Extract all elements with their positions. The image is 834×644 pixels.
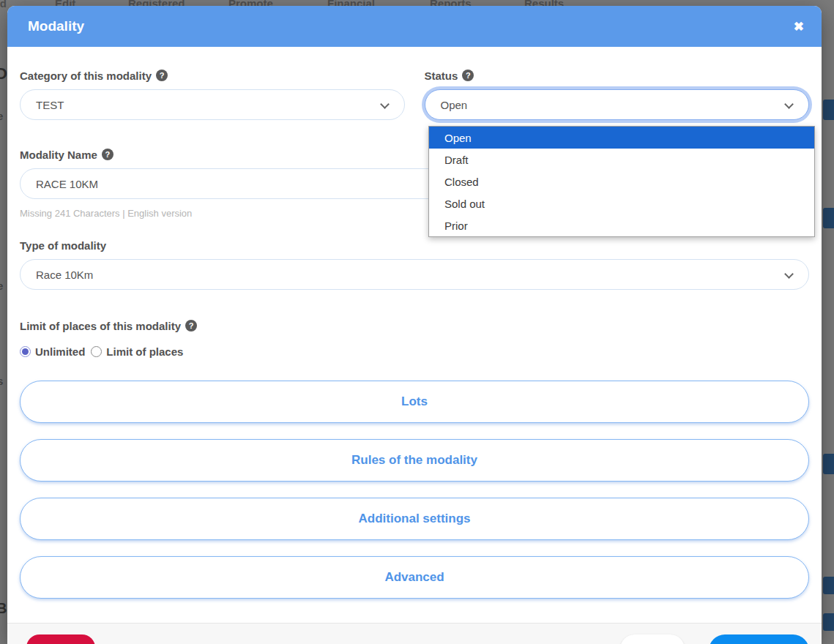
category-select[interactable]: TEST xyxy=(20,89,405,120)
status-label-text: Status xyxy=(425,70,458,82)
modality-modal: Modality ✖ Category of this modality ? T… xyxy=(7,6,822,644)
modal-footer xyxy=(7,623,822,644)
name-label-text: Modality Name xyxy=(20,149,97,161)
type-label-text: Type of modality xyxy=(20,239,106,252)
chevron-down-icon xyxy=(380,100,390,109)
radio-limit-of-places[interactable]: Limit of places xyxy=(91,345,183,358)
close-icon[interactable]: ✖ xyxy=(794,20,804,33)
rules-of-modality-button[interactable]: Rules of the modality xyxy=(20,439,809,482)
category-label-text: Category of this modality xyxy=(20,70,152,82)
type-label: Type of modality xyxy=(20,239,809,252)
type-selected-value: Race 10Km xyxy=(36,269,93,281)
help-icon[interactable]: ? xyxy=(156,70,168,81)
status-select[interactable]: Open xyxy=(425,89,810,120)
status-dropdown-list: Open Draft Closed Sold out Prior xyxy=(428,126,815,237)
limit-label-text: Limit of places of this modality xyxy=(20,320,181,332)
chevron-down-icon xyxy=(784,269,794,279)
help-icon[interactable]: ? xyxy=(462,70,474,81)
category-field: Category of this modality ? TEST xyxy=(20,69,405,120)
limit-label: Limit of places of this modality ? xyxy=(20,319,809,332)
radio-unlimited[interactable]: Unlimited xyxy=(20,345,85,358)
limit-radio-group: Unlimited Limit of places xyxy=(20,344,809,359)
lots-button[interactable]: Lots xyxy=(20,381,809,423)
status-option-closed[interactable]: Closed xyxy=(429,171,814,192)
help-icon[interactable]: ? xyxy=(102,149,113,160)
status-option-draft[interactable]: Draft xyxy=(429,149,814,171)
advanced-button[interactable]: Advanced xyxy=(20,556,809,599)
additional-settings-button[interactable]: Additional settings xyxy=(20,498,809,540)
status-label: Status ? xyxy=(425,69,810,82)
modal-header: Modality ✖ xyxy=(7,6,822,47)
category-selected-value: TEST xyxy=(36,99,64,111)
delete-button[interactable] xyxy=(26,634,95,644)
radio-selected-icon xyxy=(20,346,31,357)
status-option-sold-out[interactable]: Sold out xyxy=(429,192,814,214)
modal-title: Modality xyxy=(28,18,84,34)
help-icon[interactable]: ? xyxy=(185,320,197,332)
status-option-prior[interactable]: Prior xyxy=(429,214,814,236)
radio-limit-label: Limit of places xyxy=(106,345,183,358)
radio-unselected-icon xyxy=(91,346,102,357)
category-label: Category of this modality ? xyxy=(20,69,405,82)
status-selected-value: Open xyxy=(441,99,468,111)
status-option-open[interactable]: Open xyxy=(429,127,814,149)
cancel-button[interactable] xyxy=(620,634,685,644)
radio-unlimited-label: Unlimited xyxy=(35,345,85,358)
save-button[interactable] xyxy=(709,634,809,644)
chevron-down-icon xyxy=(784,100,794,109)
type-select[interactable]: Race 10Km xyxy=(20,259,809,290)
status-field: Status ? Open xyxy=(425,69,810,120)
